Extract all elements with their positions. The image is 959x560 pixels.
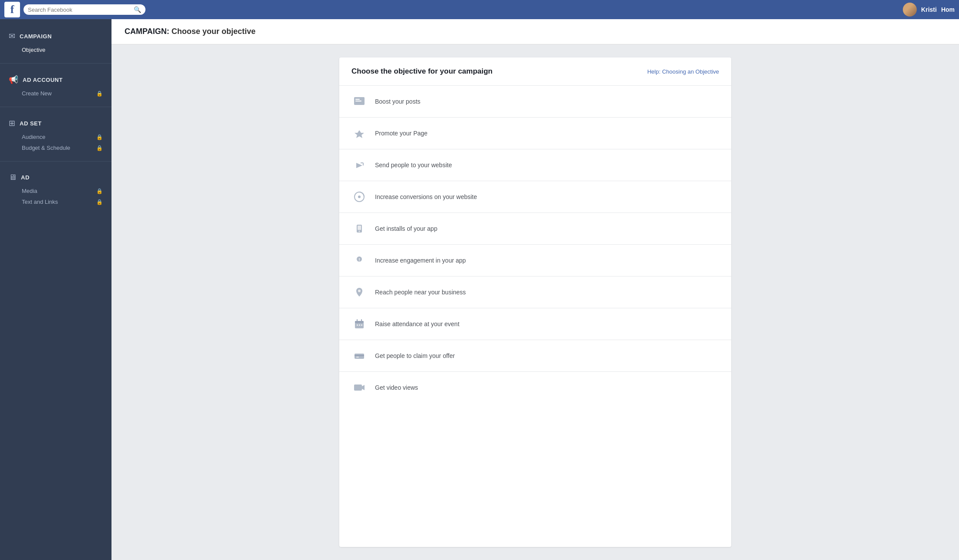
campaign-header: ✉ CAMPAIGN	[9, 31, 103, 41]
get-installs-icon	[351, 221, 367, 236]
sidebar-item-media-label: Media	[22, 188, 37, 194]
objective-item-get-installs[interactable]: Get installs of your app	[339, 213, 731, 245]
sidebar-item-audience-label: Audience	[22, 134, 45, 140]
sidebar-divider-3	[0, 161, 111, 162]
lock-icon-budget: 🔒	[96, 145, 103, 151]
video-views-label: Get video views	[375, 384, 418, 391]
objective-card: Choose the objective for your campaign H…	[339, 57, 731, 547]
svg-rect-22	[355, 355, 364, 356]
increase-engagement-label: Increase engagement in your app	[375, 257, 466, 264]
svg-rect-1	[355, 99, 360, 100]
svg-marker-25	[362, 385, 365, 390]
campaign-title: CAMPAIGN	[20, 33, 52, 40]
sidebar-item-audience[interactable]: Audience 🔒	[9, 132, 103, 142]
top-navigation: f 🔍 Kristi Hom	[0, 0, 959, 19]
avatar	[903, 3, 917, 17]
sidebar-item-media[interactable]: Media 🔒	[9, 186, 103, 196]
main-content: CAMPAIGN: Choose your objective Choose t…	[111, 19, 959, 560]
increase-conversions-icon	[351, 189, 367, 205]
facebook-logo: f	[4, 2, 20, 17]
raise-attendance-icon	[351, 316, 367, 332]
boost-posts-label: Boost your posts	[375, 98, 420, 105]
page-title: CAMPAIGN: Choose your objective	[125, 27, 946, 36]
objective-item-video-views[interactable]: Get video views	[339, 372, 731, 403]
svg-rect-2	[355, 101, 361, 101]
sidebar-section-ad: 🖥 AD Media 🔒 Text and Links 🔒	[0, 165, 111, 212]
sidebar-section-ad-account: 📢 AD ACCOUNT Create New 🔒	[0, 67, 111, 103]
objective-item-raise-attendance[interactable]: Raise attendance at your event	[339, 308, 731, 340]
user-name: Kristi	[921, 6, 937, 13]
send-website-icon	[351, 157, 367, 173]
objective-list: Boost your posts Promote your Page	[339, 86, 731, 403]
content-area: Choose the objective for your campaign H…	[111, 44, 959, 560]
help-link[interactable]: Help: Choosing an Objective	[647, 68, 719, 75]
objective-item-claim-offer[interactable]: Get people to claim your offer	[339, 340, 731, 372]
raise-attendance-label: Raise attendance at your event	[375, 320, 459, 327]
promote-page-label: Promote your Page	[375, 130, 428, 137]
svg-point-12	[359, 260, 360, 261]
page-title-section: CAMPAIGN:	[125, 27, 169, 36]
ad-set-header: ⊞ AD SET	[9, 118, 103, 128]
sidebar-section-ad-set: ⊞ AD SET Audience 🔒 Budget & Schedule 🔒	[0, 111, 111, 158]
send-website-label: Send people to your website	[375, 162, 452, 169]
get-installs-label: Get installs of your app	[375, 225, 437, 232]
svg-point-10	[359, 231, 360, 232]
page-title-subtitle: Choose your objective	[172, 27, 256, 36]
sidebar-item-budget-schedule[interactable]: Budget & Schedule 🔒	[9, 142, 103, 153]
boost-posts-icon	[351, 94, 367, 109]
sidebar-divider-2	[0, 107, 111, 107]
objective-card-header: Choose the objective for your campaign H…	[339, 57, 731, 86]
svg-point-13	[358, 290, 361, 292]
increase-conversions-label: Increase conversions on your website	[375, 193, 477, 200]
sidebar-divider-1	[0, 63, 111, 64]
search-input[interactable]	[28, 7, 131, 13]
ad-account-icon: 📢	[9, 75, 18, 84]
sidebar-item-create-new[interactable]: Create New 🔒	[9, 88, 103, 99]
ad-set-icon: ⊞	[9, 118, 15, 128]
objective-item-boost-posts[interactable]: Boost your posts	[339, 86, 731, 118]
ad-icon: 🖥	[9, 173, 17, 182]
svg-point-7	[358, 196, 361, 198]
sidebar-item-create-new-label: Create New	[22, 90, 52, 97]
page-header: CAMPAIGN: Choose your objective	[111, 19, 959, 44]
app-body: ✉ CAMPAIGN Objective 📢 AD ACCOUNT Create…	[0, 19, 959, 560]
sidebar-item-text-links[interactable]: Text and Links 🔒	[9, 196, 103, 207]
objective-item-increase-engagement[interactable]: Increase engagement in your app	[339, 245, 731, 277]
facebook-logo-letter: f	[10, 4, 14, 15]
objective-item-reach-nearby[interactable]: Reach people near your business	[339, 277, 731, 308]
svg-rect-16	[357, 324, 358, 326]
objective-item-increase-conversions[interactable]: Increase conversions on your website	[339, 181, 731, 213]
claim-offer-icon	[351, 348, 367, 364]
sidebar-item-objective[interactable]: Objective	[9, 44, 103, 55]
objective-item-send-website[interactable]: Send people to your website	[339, 149, 731, 181]
svg-rect-23	[356, 357, 359, 358]
reach-nearby-label: Reach people near your business	[375, 289, 466, 296]
lock-icon-media: 🔒	[96, 188, 103, 194]
ad-account-header: 📢 AD ACCOUNT	[9, 75, 103, 84]
objective-card-title: Choose the objective for your campaign	[351, 67, 493, 76]
ad-set-title: AD SET	[20, 120, 42, 127]
lock-icon-text-links: 🔒	[96, 199, 103, 205]
search-icon: 🔍	[134, 6, 141, 13]
sidebar: ✉ CAMPAIGN Objective 📢 AD ACCOUNT Create…	[0, 19, 111, 560]
svg-rect-15	[355, 321, 364, 323]
lock-icon-audience: 🔒	[96, 134, 103, 140]
ad-title: AD	[21, 174, 30, 181]
lock-icon-create-new: 🔒	[96, 91, 103, 97]
search-bar[interactable]: 🔍	[24, 4, 145, 15]
reach-nearby-icon	[351, 284, 367, 300]
ad-account-title: AD ACCOUNT	[23, 77, 63, 83]
sidebar-item-text-links-label: Text and Links	[22, 199, 58, 205]
svg-marker-3	[356, 163, 362, 168]
home-label: Hom	[941, 6, 955, 13]
svg-rect-18	[361, 324, 362, 326]
claim-offer-label: Get people to claim your offer	[375, 352, 455, 359]
objective-item-promote-page[interactable]: Promote your Page	[339, 118, 731, 149]
sidebar-item-budget-schedule-label: Budget & Schedule	[22, 145, 70, 151]
svg-rect-24	[354, 385, 362, 391]
nav-right: Kristi Hom	[903, 3, 955, 17]
video-views-icon	[351, 380, 367, 395]
promote-page-icon	[351, 125, 367, 141]
svg-rect-17	[359, 324, 360, 326]
sidebar-section-campaign: ✉ CAMPAIGN Objective	[0, 24, 111, 60]
